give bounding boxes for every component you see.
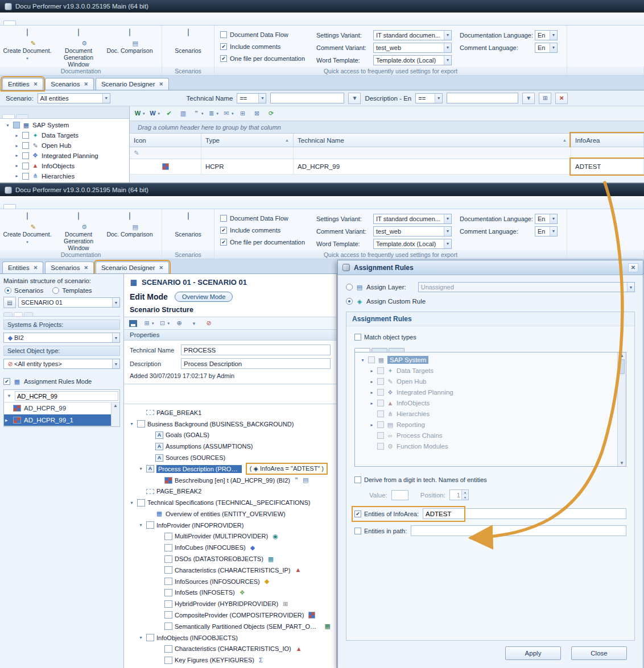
tree-checkbox[interactable] [377,389,384,396]
close-icon[interactable]: ✕ [159,81,164,87]
description-operator-combo[interactable]: ==▼ [415,93,443,103]
panel-tab[interactable] [16,114,28,118]
settings-combo[interactable]: IT standard documen...▼ [373,214,452,224]
column-header-technical-name[interactable]: Technical Name▲ [294,134,571,147]
export-option-checkbox[interactable]: One file per documentation [220,53,308,64]
structure-tree-item[interactable]: Semantically Partitioned Objects (SEM_PA… [125,621,335,632]
expand-arrow-icon[interactable] [14,143,20,148]
settings-combo[interactable]: test_web▼ [373,43,452,53]
toolbar-button[interactable]: ▾ [158,318,171,329]
assign-custom-rule-radio[interactable]: Assign Custom Rule [346,298,426,305]
structure-tree-item[interactable]: MultiProvider (MULTIPROVIDER) [125,531,335,542]
filter-cell-type[interactable] [201,147,294,159]
expand-arrow-icon[interactable] [369,422,375,428]
expand-arrow-icon[interactable] [14,153,20,158]
system-combo[interactable]: BI2▼ [3,333,120,343]
tree-item[interactable]: Data Targets [1,131,128,140]
expand-arrow-icon[interactable] [369,401,375,406]
expand-arrow-icon[interactable] [360,358,366,363]
system-type-tab[interactable] [354,348,370,352]
structure-tree-item[interactable]: Beschreibung [en] t (AD_HCPR_99) (BI2) [125,475,335,486]
assignment-rules-mode-checkbox[interactable]: Assignment Rules Mode [3,376,120,387]
toolbar-button[interactable]: ▾ [207,108,220,119]
tree-item[interactable]: Open Hub [356,376,616,387]
panel-tab[interactable] [3,312,13,316]
overview-mode-button[interactable]: Overview Mode [175,292,233,302]
clear-filter-icon[interactable]: ✕ [555,93,568,104]
close-button[interactable]: Close [571,646,627,660]
doc-comparison-button[interactable]: ▤ Doc. Comparison [105,211,155,239]
document-tab[interactable]: Scenario Designer✕ [96,78,169,90]
tree-item[interactable]: Data Targets [356,366,616,376]
grid-data-row[interactable]: HCPR AD_HCPR_99 ADTEST [130,159,644,175]
entities-in-path-checkbox[interactable]: Entities in path: [354,526,407,536]
tree-item[interactable]: Hierarchies [356,409,616,419]
menu-tab[interactable] [85,20,98,25]
tree-item[interactable]: SAP System [1,121,128,130]
tree-item[interactable]: Reporting [356,420,616,430]
menu-tab[interactable] [126,204,139,209]
toolbar-button[interactable]: ▾ [148,108,161,119]
menu-tab[interactable] [140,20,152,25]
system-type-tab[interactable] [389,348,404,352]
settings-combo[interactable]: test_web▼ [373,226,452,237]
menu-tab[interactable] [126,20,139,25]
dialog-close-button[interactable]: ✕ [628,263,638,272]
export-option-checkbox[interactable]: Include comments [220,225,308,235]
scenarios-button[interactable]: Scenarios [164,211,212,239]
technical-name-input[interactable] [181,345,331,355]
radio-templates[interactable]: Templates [52,287,92,294]
tree-item[interactable]: Integrated Planning [356,387,616,397]
menu-tab[interactable] [17,204,30,209]
expand-arrow-icon[interactable] [138,522,144,528]
position-spinner[interactable]: ▲▼ [449,489,469,500]
structure-tree-item[interactable]: HybridProvider (HYBRIDPROVIDER) [125,598,335,609]
tree-checkbox[interactable] [377,443,384,450]
menu-tab[interactable] [44,204,57,209]
tree-checkbox[interactable] [377,378,384,385]
filter-funnel-icon[interactable]: ▼ [5,393,13,399]
structure-tree-item[interactable]: InfoObjects (INFOOBJECTS) [125,632,335,644]
toolbar-button[interactable] [174,318,185,329]
toolbar-button[interactable] [163,108,175,119]
scenario-filter-combo[interactable]: All entities▼ [38,93,110,103]
toolbar-button[interactable] [237,108,249,119]
filter-grid-icon[interactable]: ⊞ [539,93,551,104]
create-document-button[interactable]: ✎ Create Document. ▾ [2,27,52,63]
structure-tree-item[interactable]: PAGE_BREAK2 [125,486,335,497]
structure-tree-item[interactable]: Key Figures (KEYFIGURES) [125,654,335,666]
tree-checkbox[interactable] [377,410,384,417]
description-input[interactable] [181,358,331,369]
object-type-combo[interactable]: <All entity types>▼ [3,359,120,369]
menu-tab[interactable] [99,20,112,25]
entity-filter-input[interactable] [15,391,118,401]
expand-arrow-icon[interactable] [5,123,11,128]
menu-tab[interactable] [113,204,125,209]
language-combo[interactable]: En▼ [535,226,558,237]
structure-tree-item[interactable]: Characteristics (CHARACTERISTICS_IO) [125,643,335,654]
entity-list-item[interactable]: ▸ AD_HCPR_99_1 [4,414,111,426]
menu-tab[interactable] [17,20,30,25]
structure-tree-item[interactable]: CompositeProvider (COMPOSITEPROVIDER) [125,609,335,621]
tree-checkbox[interactable] [22,163,29,169]
menu-tab[interactable] [3,20,16,25]
expand-arrow-icon[interactable] [14,133,20,138]
structure-tree-item[interactable]: Sources (SOURCES) [125,452,335,463]
tree-item[interactable]: Function Modules [356,441,616,451]
filter-edit-icon[interactable]: ▼ [348,93,361,104]
structure-tree-item[interactable]: Assumptions (ASSUMPTIONS) [125,441,335,452]
tree-scrollbar[interactable]: ▲▼ [617,352,626,466]
scroll-up-icon[interactable]: ▲ [113,403,118,408]
expand-arrow-icon[interactable] [138,466,144,471]
structure-tree-item[interactable]: Business Background (BUSINESS_BACKGROUND… [125,418,335,430]
scenario-list-icon[interactable]: ▤ [3,297,16,308]
document-tab[interactable]: Entities✕ [2,78,43,90]
comment-area[interactable] [124,384,336,404]
document-tab[interactable]: Scenarios✕ [45,78,94,90]
entity-list-item[interactable]: AD_HCPR_99 [4,403,111,414]
toolbar-button[interactable]: ▾ [133,108,146,119]
scroll-thumb[interactable] [620,359,625,374]
structure-tree-item[interactable]: DSOs (DATASTOREOBJECTS) [125,553,335,565]
tree-item[interactable]: Integrated Planning [1,151,128,160]
tree-item[interactable]: Open Hub [1,141,128,151]
